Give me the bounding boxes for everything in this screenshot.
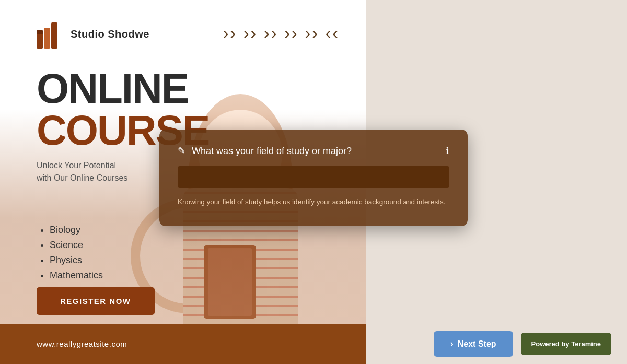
modal-title-group: ✎ What was your field of study or major? (178, 145, 352, 157)
modal-header: ✎ What was your field of study or major?… (178, 145, 449, 157)
powered-by-badge: Powered by Teramine (521, 333, 611, 355)
register-button[interactable]: REGISTER NOW (37, 287, 155, 315)
person-book (204, 245, 256, 319)
modal-dialog: ✎ What was your field of study or major?… (159, 130, 468, 226)
info-icon[interactable]: ℹ (446, 145, 449, 157)
next-icon: › (450, 338, 454, 349)
edit-icon: ✎ (178, 145, 185, 157)
field-of-study-input[interactable] (178, 166, 449, 188)
svg-rect-2 (51, 22, 57, 49)
list-item: Biology (50, 225, 103, 236)
footer-url: www.reallygreatsite.com (37, 339, 127, 348)
powered-by-text: Powered by (531, 340, 570, 348)
list-item: Mathematics (50, 270, 103, 281)
logo-icon (37, 20, 63, 49)
modal-title-text: What was your field of study or major? (192, 146, 352, 157)
next-step-label: Next Step (458, 339, 496, 349)
chevrons-decoration: ›› ›› ›› ›› ›› ‹‹ (223, 24, 340, 43)
list-item: Physics (50, 255, 103, 266)
brand-name: Studio Shodwe (71, 28, 149, 40)
powered-by-brand: Teramine (571, 340, 601, 348)
svg-rect-1 (44, 28, 50, 49)
svg-rect-0 (37, 33, 43, 49)
footer-bar: www.reallygreatsite.com (0, 324, 366, 364)
modal-hint: Knowing your field of study helps us ide… (178, 196, 449, 208)
book-inner (208, 248, 252, 316)
list-item: Science (50, 240, 103, 251)
svg-rect-3 (37, 30, 43, 34)
course-list: Biology Science Physics Mathematics (37, 225, 103, 285)
header: Studio Shodwe ›› ›› ›› ›› ›› ‹‹ (0, 0, 366, 68)
next-step-button[interactable]: › Next Step (434, 331, 513, 357)
bottom-bar-right: › Next Step Powered by Teramine (366, 324, 627, 364)
hero-line1: ONLINE (37, 68, 209, 110)
